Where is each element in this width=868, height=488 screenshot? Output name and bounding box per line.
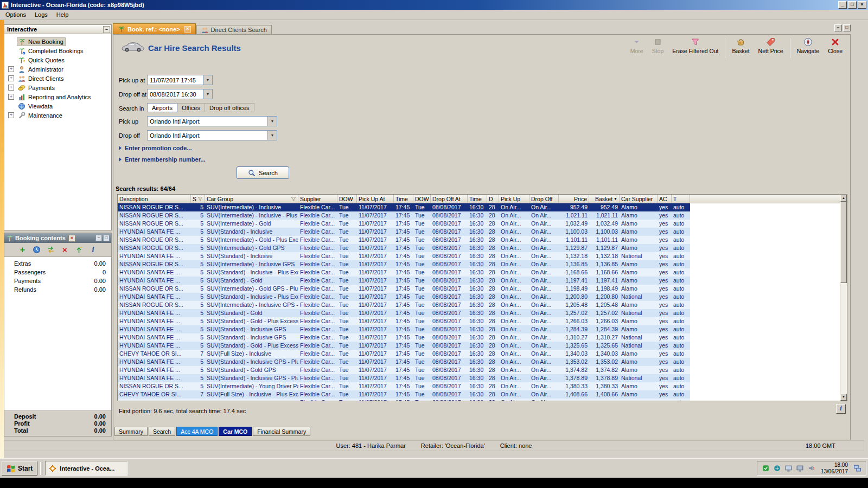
col-header-time[interactable]: Time <box>394 195 413 203</box>
close-tab-icon[interactable]: × <box>184 26 191 33</box>
col-header-price[interactable]: Price <box>559 195 589 203</box>
result-row[interactable]: HYUNDAI SANTA FE ...5SUV(Standard) - Gol… <box>118 317 840 325</box>
col-header-ac[interactable]: AC <box>658 195 672 203</box>
panel-minimize-icon[interactable]: − <box>95 235 102 241</box>
basket-button[interactable]: Basket <box>727 37 754 54</box>
info-icon[interactable]: i <box>89 246 97 254</box>
bottom-tab-search[interactable]: Search <box>149 427 175 436</box>
tray-shield-icon[interactable] <box>762 464 770 472</box>
result-row[interactable]: NISSAN ROGUE OR S...5SUV(Intermediate) -… <box>118 211 840 220</box>
result-row[interactable]: HYUNDAI SANTA FE ...5SUV(Standard) - Inc… <box>118 228 840 236</box>
mdi-minimize-icon[interactable]: − <box>834 24 842 31</box>
result-row[interactable]: CHEVY TAHOE OR SI...7SUV(Full Size) - In… <box>118 390 840 399</box>
sidebar-item-reporting-and-analytics[interactable]: +Reporting and Analytics <box>4 92 111 101</box>
info-button[interactable]: i <box>836 404 846 414</box>
menu-help[interactable]: Help <box>52 10 73 19</box>
dropoff-location-combobox[interactable]: Orlando Intl Airport ▼ <box>147 130 277 140</box>
panel-restore-icon[interactable]: □ <box>103 235 110 241</box>
col-header-dow[interactable]: DOW <box>337 195 357 203</box>
sidebar-item-new-booking[interactable]: +New Booking <box>4 37 111 46</box>
upload-icon[interactable] <box>75 246 83 254</box>
col-header-basket[interactable]: Basket▼ <box>589 195 620 203</box>
col-header-time[interactable]: Time <box>468 195 487 203</box>
erase-filtered-out-button[interactable]: Erase Filtered Out <box>668 37 723 54</box>
result-row[interactable]: NISSAN ROGUE OR S...5SUV(Intermediate) -… <box>118 285 840 293</box>
world-clock-icon[interactable] <box>33 246 41 254</box>
expand-toggle-icon[interactable]: + <box>8 112 14 118</box>
dropoff-at-combobox[interactable]: 08/08/2017 16:30 ▼ <box>147 89 213 99</box>
result-row[interactable]: HYUNDAI SANTA FE ...5SUV(Standard) - Inc… <box>118 325 840 333</box>
add-icon[interactable]: + <box>18 246 27 254</box>
col-header-description[interactable]: Description <box>118 195 191 203</box>
bottom-tab-acc-4a-mco[interactable]: Acc 4A MCO <box>176 427 218 436</box>
sidebar-item-payments[interactable]: +Payments <box>4 83 111 92</box>
col-header-s[interactable]: S <box>191 195 205 203</box>
result-row[interactable]: NISSAN ROGUE OR S...5SUV(Intermediate) -… <box>118 203 840 211</box>
bottom-tab-summary[interactable]: Summary <box>114 427 148 436</box>
result-row[interactable]: HYUNDAI SANTA FE ...5SUV(Standard) - Gol… <box>118 366 840 374</box>
search-button[interactable]: Search <box>237 166 289 179</box>
nett-price-button[interactable]: Nett Price <box>754 37 788 54</box>
tray-display-icon[interactable] <box>784 464 793 472</box>
sidebar-item-quick-quotes[interactable]: +Quick Quotes <box>4 55 111 65</box>
scrollbar-thumb[interactable] <box>840 202 847 283</box>
result-row[interactable]: HYUNDAI SANTA FE ...5SUV(Standard) - Inc… <box>118 358 840 366</box>
result-row[interactable]: HYUNDAI SANTA FE ...5SUV(Standard) - Inc… <box>118 252 840 260</box>
start-button[interactable]: Start <box>2 461 37 476</box>
col-header-drop-off-at[interactable]: Drop Off At <box>431 195 468 203</box>
result-row[interactable]: HYUNDAI SANTA FE ...5SUV(Standard) - Inc… <box>118 374 840 382</box>
minimize-button[interactable]: _ <box>838 1 847 9</box>
navigate-button[interactable]: Navigate <box>793 37 824 54</box>
pickup-location-combobox[interactable]: Orlando Intl Airport ▼ <box>147 116 277 126</box>
result-row[interactable]: NISSAN ROGUE OR S...5SUV(Intermediate) -… <box>118 260 840 268</box>
transfer-icon[interactable] <box>47 246 55 254</box>
collapse-panel-button[interactable]: − <box>103 26 110 33</box>
result-row[interactable]: HYUNDAI SANTA FE ...5SUV(Standard) - Gol… <box>118 309 840 317</box>
bottom-tab-financial-summary[interactable]: Financial Summary <box>253 427 310 436</box>
result-row[interactable]: NISSAN ROGUE OR S...5SUV(Intermediate) -… <box>118 301 840 309</box>
promotion-code-expander[interactable]: Enter promotion code... <box>119 145 192 151</box>
delete-icon[interactable]: × <box>61 246 69 254</box>
search-in-offices[interactable]: Offices <box>177 103 205 112</box>
result-row[interactable]: HYUNDAI SANTA FE ...5SUV(Standard) - Gol… <box>118 342 840 350</box>
result-row[interactable]: HYUNDAI SANTA FE ...5SUV(Standard) - Inc… <box>118 293 840 301</box>
chevron-down-icon[interactable]: ▼ <box>203 89 212 99</box>
col-header-drop-off[interactable]: Drop Off <box>529 195 559 203</box>
col-header-supplier[interactable]: Supplier <box>298 195 337 203</box>
maximize-button[interactable]: □ <box>848 1 857 9</box>
result-row[interactable]: HYUNDAI SANTA FE ...5SUV(Standard) - Gol… <box>118 277 840 285</box>
tray-display2-icon[interactable] <box>796 464 804 472</box>
tray-status-icon[interactable] <box>773 464 781 472</box>
tray-network-icon[interactable] <box>853 464 861 472</box>
sidebar-item-direct-clients[interactable]: +Direct Clients <box>4 74 111 83</box>
close-button[interactable]: Close <box>824 37 847 54</box>
mdi-restore-icon[interactable]: □ <box>843 24 851 31</box>
sidebar-item-completed-bookings[interactable]: +Completed Bookings <box>4 46 111 55</box>
result-row[interactable]: NISSAN ROGUE OR S...5SUV(Intermediate) -… <box>118 244 840 252</box>
result-row[interactable]: NISSAN ROGUE OR S...5SUV(Intermediate) -… <box>118 382 840 390</box>
menu-logs[interactable]: Logs <box>30 10 52 19</box>
close-button[interactable]: × <box>858 1 866 9</box>
tab-direct-clients-search[interactable]: Direct Clients Search <box>196 25 272 34</box>
filter-funnel-icon[interactable] <box>197 196 203 202</box>
chevron-down-icon[interactable]: ▼ <box>203 75 212 85</box>
chevron-down-icon[interactable]: ▼ <box>267 117 277 126</box>
result-row[interactable]: HYUNDAI SANTA FE ...5SUV(Standard) - Inc… <box>118 333 840 342</box>
col-header-car-group[interactable]: Car Group <box>205 195 298 203</box>
taskbar-task-button[interactable]: Interactive - Ocea... <box>45 461 127 476</box>
sidebar-item-maintenance[interactable]: +Maintenance <box>4 111 111 120</box>
result-row[interactable]: NISSAN ROGUE OR S...5SUV(Intermediate) -… <box>118 220 840 228</box>
expand-toggle-icon[interactable]: + <box>8 66 14 72</box>
result-row[interactable]: CHEVY TAHOE OR SI...7SUV(Full Size) - In… <box>118 350 840 358</box>
filter-funnel-icon[interactable] <box>291 196 296 202</box>
sidebar-item-viewdata[interactable]: +Viewdata <box>4 101 111 111</box>
expand-toggle-icon[interactable]: + <box>8 85 14 91</box>
col-header-t[interactable]: T <box>672 195 690 203</box>
col-header-pick-up-at[interactable]: Pick Up At <box>357 195 394 203</box>
scroll-up-icon[interactable]: ▲ <box>840 195 847 202</box>
col-header-pick-up[interactable]: Pick Up <box>499 195 529 203</box>
tab-book-ref-none[interactable]: Book. ref.: <none>× <box>113 23 196 34</box>
search-in-drop-off-offices[interactable]: Drop off offices <box>205 103 254 112</box>
pickup-at-combobox[interactable]: 11/07/2017 17:45 ▼ <box>147 75 213 85</box>
expand-toggle-icon[interactable]: + <box>8 94 14 100</box>
